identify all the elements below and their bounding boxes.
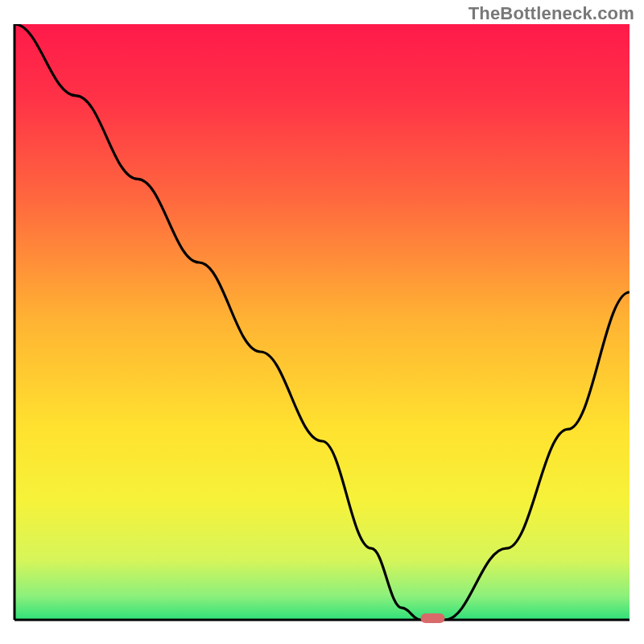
bottleneck-chart [0, 0, 644, 644]
plot-background [14, 24, 630, 620]
attribution-label: TheBottleneck.com [469, 3, 634, 24]
chart-container: TheBottleneck.com [0, 0, 644, 644]
svg-rect-3 [421, 613, 445, 623]
highlight-marker [421, 613, 445, 623]
